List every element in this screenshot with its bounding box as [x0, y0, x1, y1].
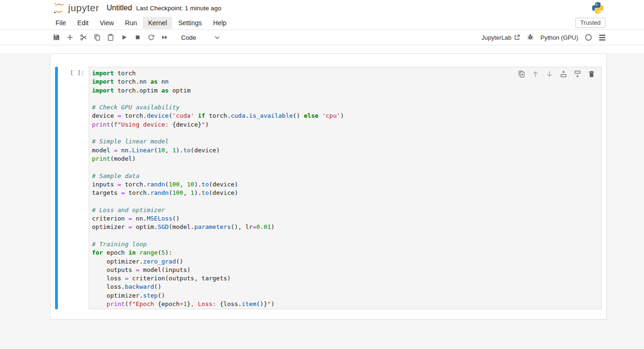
cell-prompt: [ ]:: [58, 67, 89, 309]
menu-help[interactable]: Help: [208, 17, 232, 29]
debugger-icon[interactable]: [527, 33, 534, 42]
insert-cell-icon[interactable]: [66, 34, 74, 41]
code-line[interactable]: optimizer = optim.SGD(model.parameters()…: [92, 223, 598, 231]
menu-bar: File Edit View Run Kernel Settings Help …: [0, 16, 644, 30]
code-line[interactable]: print(f"Epoch {epoch+1}, Loss: {loss.ite…: [92, 300, 598, 308]
open-in-jupyterlab-link[interactable]: JupyterLab: [482, 34, 520, 41]
kernel-name[interactable]: Python (GPU): [540, 34, 578, 41]
menu-run[interactable]: Run: [120, 17, 142, 29]
hamburger-menu-icon[interactable]: [599, 35, 606, 41]
python-kernel-logo-icon: [591, 1, 604, 14]
code-cell[interactable]: [ ]: import torchimport torch.nn as nnim…: [55, 67, 602, 309]
kernel-status-icon[interactable]: [585, 34, 592, 41]
notebook-panel: [ ]: import torchimport torch.nn as nnim…: [50, 53, 607, 320]
notebook-scroll-area[interactable]: [ ]: import torchimport torch.nn as nnim…: [0, 53, 644, 349]
duplicate-cell-icon[interactable]: [518, 70, 525, 78]
code-line[interactable]: targets = torch.randn(100, 1).to(device): [92, 189, 598, 197]
code-line[interactable]: [92, 197, 598, 206]
code-line[interactable]: [92, 232, 598, 240]
code-line[interactable]: optimizer.zero_grad(): [92, 257, 598, 266]
chevron-down-icon: [215, 36, 220, 39]
insert-cell-above-icon[interactable]: [560, 70, 567, 78]
cell-type-dropdown[interactable]: Code: [181, 34, 220, 41]
notebook-toolbar: Code JupyterLab Python (GPU): [0, 30, 644, 45]
insert-cell-below-icon[interactable]: [574, 70, 581, 78]
menu-edit[interactable]: Edit: [72, 17, 94, 29]
code-line[interactable]: inputs = torch.randn(100, 10).to(device): [92, 180, 598, 189]
cut-icon[interactable]: [80, 34, 87, 41]
code-line[interactable]: [92, 95, 598, 103]
code-line[interactable]: device = torch.device('cuda' if torch.cu…: [92, 112, 598, 120]
code-line[interactable]: model = nn.Linear(10, 1).to(device): [92, 146, 598, 155]
delete-cell-icon[interactable]: [588, 70, 595, 78]
menu-file[interactable]: File: [50, 17, 71, 29]
restart-kernel-icon[interactable]: [147, 34, 155, 41]
code-line[interactable]: [92, 129, 598, 137]
cell-type-value: Code: [181, 34, 196, 41]
code-line[interactable]: loss = criterion(outputs, targets): [92, 274, 598, 283]
code-line[interactable]: # Sample data: [92, 172, 598, 180]
stop-icon[interactable]: [134, 34, 141, 41]
copy-icon[interactable]: [93, 34, 101, 41]
checkpoint-status: Last Checkpoint: 1 minute ago: [136, 5, 221, 12]
code-line[interactable]: criterion = nn.MSELoss(): [92, 214, 598, 223]
code-line[interactable]: import torch.nn as nn: [92, 78, 598, 86]
code-lines[interactable]: import torchimport torch.nn as nnimport …: [92, 69, 598, 308]
cell-editor[interactable]: import torchimport torch.nn as nnimport …: [89, 67, 602, 309]
code-line[interactable]: [92, 163, 598, 171]
run-icon[interactable]: [120, 34, 128, 41]
code-line[interactable]: print(model): [92, 155, 598, 163]
jupyterlab-label: JupyterLab: [482, 34, 511, 41]
move-cell-down-icon[interactable]: [546, 70, 553, 78]
code-line[interactable]: # Training loop: [92, 240, 598, 249]
code-line[interactable]: loss.backward(): [92, 283, 598, 291]
menu-settings[interactable]: Settings: [173, 17, 207, 29]
run-all-icon[interactable]: [161, 34, 168, 41]
code-line[interactable]: optimizer.step(): [92, 292, 598, 300]
menu-view[interactable]: View: [95, 17, 119, 29]
code-line[interactable]: import torch.optim as optim: [92, 86, 598, 95]
notebook-title[interactable]: Untitled: [107, 4, 132, 12]
code-line[interactable]: print(f"Using device: {device}"): [92, 121, 598, 129]
save-icon[interactable]: [53, 34, 60, 41]
code-line[interactable]: for epoch in range(5):: [92, 249, 598, 257]
code-line[interactable]: # Check GPU availability: [92, 103, 598, 112]
code-line[interactable]: # Simple linear model: [92, 137, 598, 146]
move-cell-up-icon[interactable]: [532, 70, 539, 78]
external-link-icon: [514, 34, 520, 41]
cell-toolbar: [518, 70, 595, 78]
code-line[interactable]: # Loss and optimizer: [92, 206, 598, 214]
menu-kernel[interactable]: Kernel: [143, 17, 172, 29]
code-line[interactable]: outputs = model(inputs): [92, 266, 598, 274]
brand-wordmark: jupyter: [68, 2, 99, 14]
trusted-button[interactable]: Trusted: [575, 18, 605, 28]
jupyter-logo-icon: [53, 2, 65, 14]
paste-icon[interactable]: [107, 34, 114, 41]
app-header: jupyter Untitled Last Checkpoint: 1 minu…: [0, 0, 644, 16]
